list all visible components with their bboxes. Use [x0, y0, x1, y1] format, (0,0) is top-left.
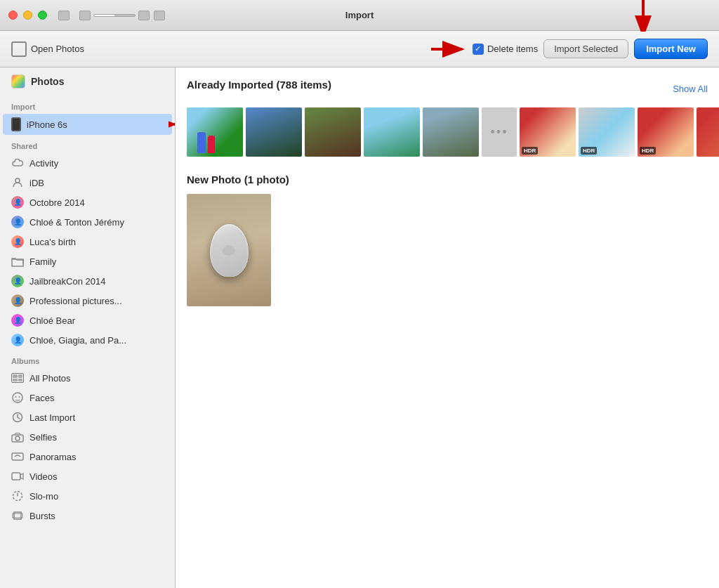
all-photos-label: All Photos — [29, 373, 71, 384]
traffic-lights — [8, 11, 47, 20]
imported-photo-2[interactable] — [246, 107, 302, 157]
sidebar-item-jailbreakcon[interactable]: 👤 JailbreakCon 2014 — [0, 271, 175, 291]
minimize-button[interactable] — [23, 11, 32, 20]
window-title: Import — [345, 10, 374, 20]
prev-button[interactable] — [79, 11, 91, 20]
person-icon-octobre: 👤 — [11, 196, 24, 209]
delete-items-checkbox[interactable]: ✓ — [473, 44, 484, 55]
content-panel: Already Imported (788 items) Show All — [176, 67, 719, 588]
camera-icon — [11, 431, 24, 443]
new-photo-magic-mouse[interactable] — [187, 194, 271, 306]
imported-photo-6[interactable]: HDR — [520, 107, 576, 157]
sidebar-item-activity[interactable]: Activity — [0, 153, 175, 173]
sidebar-item-chloe-bear[interactable]: 👤 Chloé Bear — [0, 311, 175, 330]
imported-photo-1[interactable] — [187, 107, 243, 157]
already-imported-strip: ••• HDR HDR HDR ▶ — [187, 107, 708, 157]
open-photos-button[interactable]: Open Photos — [11, 41, 84, 57]
annotation-arrow-down — [629, 0, 657, 32]
new-photo-container — [187, 194, 708, 306]
svg-rect-14 — [12, 473, 20, 480]
svg-point-9 — [19, 396, 20, 398]
open-photos-label: Open Photos — [31, 44, 84, 54]
imported-photo-5[interactable] — [423, 107, 479, 157]
professional-label: Professional pictures... — [29, 296, 122, 306]
slowmo-icon — [11, 490, 24, 502]
person-icon-lucas: 👤 — [11, 235, 24, 248]
photos-label: Photos — [31, 76, 64, 87]
person-icon-chloe-tonton: 👤 — [11, 216, 24, 228]
sidebar: Photos Import iPhone 6s Shared — [0, 67, 176, 588]
iphone-label: iPhone 6s — [27, 119, 67, 130]
person-icon-jailbreak: 👤 — [11, 275, 24, 287]
video-icon — [11, 470, 24, 483]
sidebar-item-all-photos[interactable]: All Photos — [0, 368, 175, 388]
sidebar-section-import: Import — [0, 96, 175, 114]
main-content: Photos Import iPhone 6s Shared — [0, 67, 719, 588]
sidebar-item-chloe-tonton[interactable]: 👤 Chloé & Tonton Jérémy — [0, 212, 175, 232]
folder-icon-family — [11, 255, 24, 268]
svg-point-8 — [15, 396, 17, 398]
last-import-label: Last Import — [29, 412, 75, 423]
already-imported-title: Already Imported (788 items) — [187, 79, 331, 91]
window-controls — [58, 11, 165, 20]
sidebar-item-bursts[interactable]: Bursts — [0, 506, 175, 525]
sidebar-item-family[interactable]: Family — [0, 251, 175, 271]
sidebar-section-shared: Shared — [0, 135, 175, 153]
octobre-label: Octobre 2014 — [29, 197, 85, 208]
import-selected-button[interactable]: Import Selected — [543, 39, 628, 58]
iphone-icon — [11, 117, 21, 131]
sidebar-item-photos[interactable]: Photos — [0, 67, 175, 96]
sidebar-item-panoramas[interactable]: Panoramas — [0, 447, 175, 466]
clock-icon — [11, 411, 24, 424]
lucas-birth-label: Luca's birth — [29, 237, 76, 247]
sidebar-item-slomo[interactable]: Slo-mo — [0, 486, 175, 506]
annotation-arrow-left — [169, 117, 176, 132]
next-button[interactable] — [138, 11, 150, 20]
svg-rect-13 — [12, 453, 23, 460]
sidebar-item-iphone[interactable]: iPhone 6s — [3, 114, 172, 135]
sidebar-toggle[interactable] — [58, 11, 70, 20]
show-all-button[interactable]: Show All — [673, 84, 708, 94]
hdr-badge-7: HDR — [581, 147, 597, 155]
svg-point-7 — [13, 393, 22, 403]
chloe-bear-label: Chloé Bear — [29, 315, 75, 326]
sidebar-section-albums: Albums — [0, 350, 175, 368]
toolbar-right: ✓ Delete items Import Selected Import Ne… — [428, 39, 708, 60]
imported-photo-7[interactable]: HDR — [579, 107, 635, 157]
panoramas-label: Panoramas — [29, 452, 76, 462]
face-icon — [11, 391, 24, 404]
delete-items-label[interactable]: ✓ Delete items — [473, 44, 538, 55]
grid-view-button[interactable] — [154, 11, 165, 20]
person-icon-idb — [11, 176, 24, 189]
sidebar-item-octobre[interactable]: 👤 Octobre 2014 — [0, 192, 175, 212]
sidebar-item-professional[interactable]: 👤 Professional pictures... — [0, 291, 175, 311]
hdr-badge-6: HDR — [522, 147, 538, 155]
imported-photos-more[interactable]: ••• — [482, 107, 517, 157]
sidebar-item-selfies[interactable]: Selfies — [0, 427, 175, 447]
activity-label: Activity — [29, 158, 58, 169]
already-imported-header: Already Imported (788 items) Show All — [187, 79, 708, 99]
import-new-button[interactable]: Import New — [634, 39, 708, 59]
sidebar-item-lucas-birth[interactable]: 👤 Luca's birth — [0, 232, 175, 251]
photos-app-icon — [11, 41, 27, 57]
thumbnails-icon — [11, 372, 24, 384]
imported-photo-3[interactable] — [305, 107, 361, 157]
imported-photo-9[interactable]: ▶ — [697, 107, 719, 157]
chloe-tonton-label: Chloé & Tonton Jérémy — [29, 217, 124, 228]
burst-icon — [11, 509, 24, 522]
imported-photo-8[interactable]: HDR — [638, 107, 694, 157]
maximize-button[interactable] — [38, 11, 47, 20]
new-photo-title: New Photo (1 photo) — [187, 174, 708, 185]
close-button[interactable] — [8, 11, 18, 20]
sidebar-item-chloe-giagia[interactable]: 👤 Chloé, Giagia, and Pa... — [0, 330, 175, 350]
imported-photo-4[interactable] — [364, 107, 420, 157]
sidebar-item-last-import[interactable]: Last Import — [0, 407, 175, 427]
jailbreakcon-label: JailbreakCon 2014 — [29, 276, 105, 287]
annotation-arrow-right — [428, 39, 467, 60]
photos-main-icon — [11, 74, 25, 89]
sidebar-item-faces[interactable]: Faces — [0, 388, 175, 407]
svg-point-6 — [15, 178, 20, 183]
person-icon-chloe-giagia: 👤 — [11, 334, 24, 346]
sidebar-item-idb[interactable]: iDB — [0, 173, 175, 192]
sidebar-item-videos[interactable]: Videos — [0, 466, 175, 486]
